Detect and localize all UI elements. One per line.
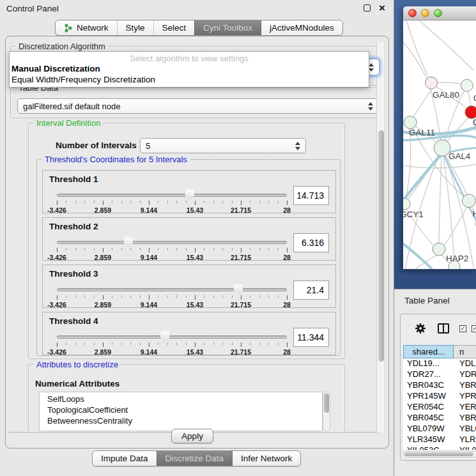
scrollbar-thumb[interactable] <box>378 130 384 362</box>
threshold-4-value-field[interactable]: 11.344 <box>293 328 329 347</box>
column-header-name[interactable]: n <box>454 345 476 358</box>
table-cell[interactable]: YBL0 <box>454 424 476 434</box>
table-cell[interactable]: YBR043C <box>403 380 454 391</box>
slider-track[interactable] <box>57 288 287 291</box>
table-horizontal-scrollbar[interactable] <box>403 451 476 457</box>
node-label-hap2: HAP2 <box>446 254 468 263</box>
threshold-1-panel: Threshold 1 -3.4262.8599.14415.4321.7152… <box>42 170 336 213</box>
combo-stepper-icon <box>368 102 373 111</box>
table-row[interactable]: YBR045CYBR0 <box>403 413 476 424</box>
table-cell[interactable]: YLR345W <box>403 434 454 445</box>
tab-cyni-toolbox[interactable]: Cyni Toolbox <box>194 20 261 35</box>
table-cell[interactable]: YBR0 <box>454 380 476 391</box>
table-cell[interactable]: YER054C <box>403 402 454 413</box>
table-cell[interactable]: YDL19... <box>403 358 454 369</box>
tab-jactivemnodules[interactable]: jActiveMNodules <box>261 20 342 35</box>
table-cell[interactable]: YBR045C <box>403 413 454 424</box>
node-partial-h[interactable] <box>462 194 475 208</box>
table-cell[interactable]: YIL0 <box>454 445 476 450</box>
table-cell[interactable]: YDR27... <box>403 369 454 380</box>
dropdown-option-manual-discretization[interactable]: Manual Discretization <box>10 63 369 74</box>
control-panel-title: Control Panel <box>6 4 59 13</box>
column-header-shared-name[interactable]: shared... <box>403 345 454 358</box>
zoom-traffic-light-icon[interactable] <box>434 9 442 17</box>
minimize-traffic-light-icon[interactable] <box>421 9 429 17</box>
split-columns-icon[interactable] <box>438 323 449 334</box>
table-cell[interactable]: YIL053C <box>403 445 454 450</box>
slider-thumb[interactable] <box>234 284 243 295</box>
tab-infer-network[interactable]: Infer Network <box>233 451 300 466</box>
close-icon[interactable]: × <box>379 1 385 16</box>
table-row[interactable]: YIL053CYIL0 <box>403 445 476 450</box>
float-window-icon[interactable] <box>364 4 371 12</box>
slider-track[interactable] <box>57 194 287 197</box>
table-row[interactable]: YER054CYER0 <box>403 402 476 413</box>
scrollbar-thumb[interactable] <box>324 394 329 413</box>
threshold-coordinates-group-title: Threshold's Coordinates for 5 Intervals <box>42 155 190 164</box>
node-partial-g[interactable] <box>461 79 473 91</box>
table-row[interactable]: YDR27...YDR2 <box>403 369 476 380</box>
slider-tick-labels: -3.4262.8599.14415.4321.71528 <box>57 254 287 261</box>
threshold-3-panel: Threshold 3 -3.4262.8599.14415.4321.7152… <box>42 265 336 308</box>
numerical-attributes-label: Numerical Attributes <box>35 379 119 388</box>
tab-style[interactable]: Style <box>117 20 153 35</box>
threshold-1-value-field[interactable]: 14.713 <box>293 186 329 205</box>
table-cell[interactable]: YDL1 <box>454 358 476 369</box>
slider-track[interactable] <box>57 335 287 339</box>
table-cell[interactable]: YPR1 <box>454 391 476 402</box>
checkbox-icon[interactable]: ✓ <box>459 325 466 332</box>
threshold-coordinates-group: Threshold's Coordinates for 5 Intervals … <box>36 159 341 356</box>
tab-select[interactable]: Select <box>153 20 195 35</box>
table-row[interactable]: YPR145WYPR1 <box>403 391 476 402</box>
table-header-row: shared... n <box>403 345 476 358</box>
table-data-combobox[interactable]: galFiltered.sif default node <box>17 98 379 114</box>
control-panel-scrollbar[interactable] <box>376 42 385 432</box>
table-row[interactable]: YBR043CYBR0 <box>403 380 476 391</box>
slider-tick-labels: -3.4262.8599.14415.4321.71528 <box>57 348 287 356</box>
attribute-item[interactable]: BetweennessCentrality <box>40 415 322 426</box>
attribute-item[interactable]: SelfLoops <box>40 394 322 404</box>
tab-impute-data[interactable]: Impute Data <box>93 451 157 466</box>
attributes-list-scrollbar[interactable] <box>323 392 330 431</box>
tab-network[interactable]: Network <box>56 20 117 35</box>
tab-discretize-data[interactable]: Discretize Data <box>157 451 233 466</box>
numerical-attributes-list: SelfLoopsTopologicalCoefficientBetweenne… <box>39 392 323 431</box>
table-row[interactable]: YDL19...YDL1 <box>403 358 476 369</box>
scrollbar-thumb[interactable] <box>404 452 473 456</box>
slider-thumb[interactable] <box>185 190 194 201</box>
slider-track[interactable] <box>57 241 287 244</box>
node-label-gal4: GAL4 <box>449 151 471 161</box>
threshold-3-value-field[interactable]: 21.4 <box>293 280 329 300</box>
slider-thumb[interactable] <box>160 332 170 342</box>
slider-thumb[interactable] <box>123 237 133 248</box>
node-label-gal11: GAL11 <box>409 128 435 137</box>
gear-icon[interactable] <box>415 323 426 334</box>
node-gcy1[interactable] <box>403 198 410 210</box>
threshold-2-value-field[interactable]: 6.316 <box>293 233 329 252</box>
table-data-group: Table Data galFiltered.sif default node <box>10 88 385 118</box>
table-panel-card: ✓ ✓ shared... n YDL19...YDL1YDR27...YDR2… <box>400 314 476 461</box>
network-canvas[interactable]: GAL80 GAL11 GAL4 GCY1 HAP2 G C H <box>403 20 476 269</box>
algorithm-dropdown-popup: Select algorithm to view settings Manual… <box>9 51 369 88</box>
node-gal80[interactable] <box>426 77 438 89</box>
table-cell[interactable]: YER0 <box>454 402 476 413</box>
number-of-intervals-combobox[interactable]: 5 <box>140 138 306 153</box>
table-cell[interactable]: YLR3 <box>454 434 476 445</box>
table-cell[interactable]: YBR0 <box>454 413 476 424</box>
attribute-item[interactable]: TopologicalCoefficient <box>40 404 322 415</box>
threshold-1-label: Threshold 1 <box>49 174 98 184</box>
table-cell[interactable]: YDR2 <box>454 369 476 380</box>
close-traffic-light-icon[interactable] <box>408 9 417 17</box>
network-window: GAL80 GAL11 GAL4 GCY1 HAP2 G C H <box>403 6 476 270</box>
table-cell[interactable]: YPR145W <box>403 391 454 402</box>
table-row[interactable]: YBL079WYBL0 <box>403 424 476 434</box>
checkbox-icon[interactable]: ✓ <box>472 325 476 332</box>
apply-button[interactable]: Apply <box>171 429 213 443</box>
table-cell[interactable]: YBL079W <box>403 424 454 434</box>
interval-definition-group: Interval Definition Number of Intervals … <box>28 123 345 359</box>
attributes-to-discretize-group: Attributes to discretize Numerical Attri… <box>28 364 345 432</box>
node-hap2[interactable] <box>433 243 445 256</box>
dropdown-option-equal-width-frequency[interactable]: Equal Width/Frequency Discretization <box>10 74 369 85</box>
table-row[interactable]: YLR345WYLR3 <box>403 434 476 445</box>
slider-tick-labels: -3.4262.8599.14415.4321.71528 <box>57 301 287 309</box>
